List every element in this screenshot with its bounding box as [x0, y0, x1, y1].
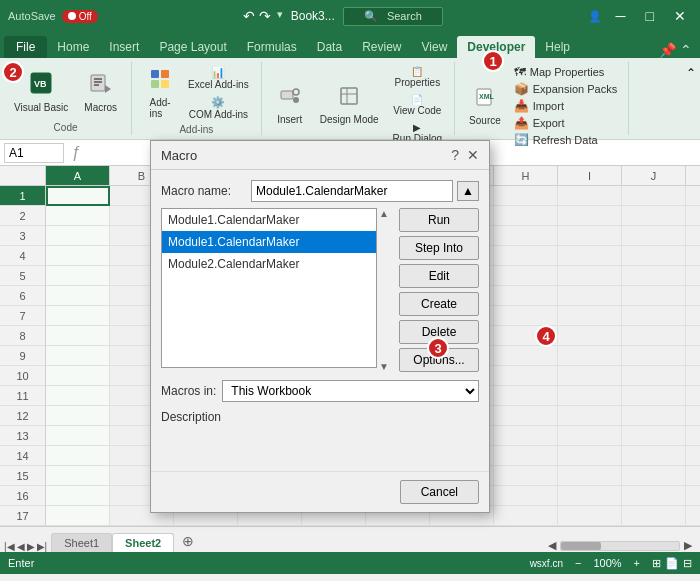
macro-item-0[interactable]: Module1.CalendarMaker — [162, 209, 376, 231]
description-section: Description — [161, 410, 479, 461]
create-button[interactable]: Create — [399, 292, 479, 316]
description-label: Description — [161, 410, 479, 424]
cancel-button[interactable]: Cancel — [400, 480, 479, 504]
modal-question-button[interactable]: ? — [451, 147, 459, 163]
step4-badge: 4 — [535, 325, 557, 347]
list-scrollbar[interactable]: ▲ ▼ — [379, 208, 391, 372]
modal-title: Macro — [161, 148, 197, 163]
run-button[interactable]: Run — [399, 208, 479, 232]
macro-list[interactable]: Module1.CalendarMaker Module1.CalendarMa… — [161, 208, 377, 368]
scroll-down-arrow[interactable]: ▼ — [379, 361, 391, 372]
macro-name-ok-button[interactable]: ▲ — [457, 181, 479, 201]
macro-dialog: 1 Macro ? ✕ Macro name: ▲ Module1.Calend… — [150, 140, 490, 513]
macro-name-row: Macro name: ▲ — [161, 180, 479, 202]
macro-list-section: Module1.CalendarMaker Module1.CalendarMa… — [161, 208, 391, 372]
macro-item-1[interactable]: Module1.CalendarMaker — [162, 231, 376, 253]
modal-close-button[interactable]: ✕ — [467, 147, 479, 163]
step-into-button[interactable]: Step Into — [399, 236, 479, 260]
macro-name-input[interactable] — [251, 180, 453, 202]
scroll-up-arrow[interactable]: ▲ — [379, 208, 391, 219]
description-textarea[interactable] — [161, 428, 479, 458]
edit-button[interactable]: Edit — [399, 264, 479, 288]
modal-body: Macro name: ▲ Module1.CalendarMaker Modu… — [151, 170, 489, 471]
macro-name-label: Macro name: — [161, 184, 251, 198]
macros-in-label: Macros in: — [161, 384, 216, 398]
macro-item-2[interactable]: Module2.CalendarMaker — [162, 253, 376, 275]
modal-overlay: 1 Macro ? ✕ Macro name: ▲ Module1.Calend… — [0, 0, 700, 581]
step3-badge: 3 — [427, 337, 449, 359]
step1-badge: 1 — [482, 50, 504, 72]
step2-badge: 2 — [2, 61, 24, 83]
macro-list-container: Module1.CalendarMaker Module1.CalendarMa… — [161, 208, 479, 372]
modal-footer: Cancel — [151, 471, 489, 512]
modal-titlebar: Macro ? ✕ — [151, 141, 489, 170]
macros-in-select[interactable]: This Workbook — [222, 380, 479, 402]
modal-controls: ? ✕ — [451, 147, 479, 163]
macros-in-row: Macros in: This Workbook — [161, 380, 479, 402]
